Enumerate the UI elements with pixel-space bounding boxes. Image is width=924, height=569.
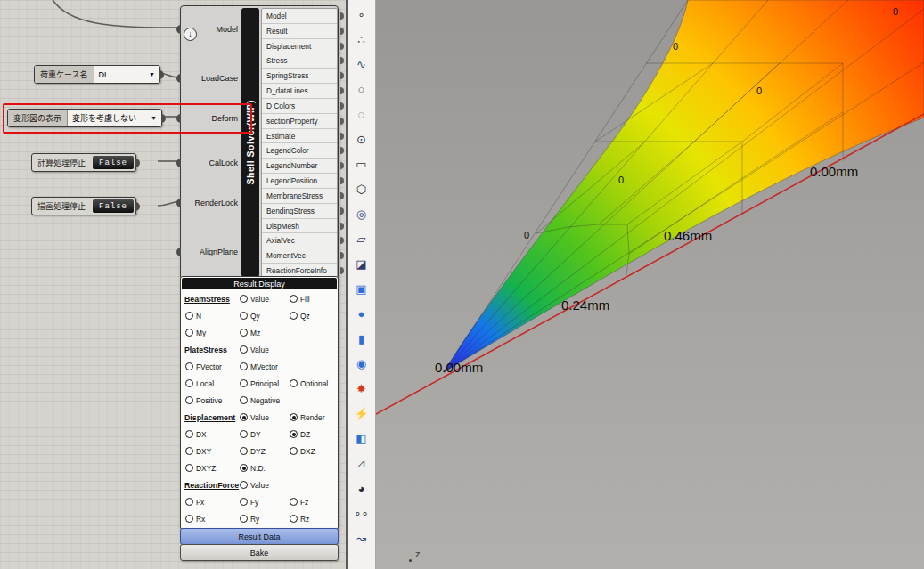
- radio-icon[interactable]: [185, 362, 193, 370]
- box-icon[interactable]: ▣: [351, 278, 372, 299]
- curve-through-points-icon[interactable]: ∿: [351, 53, 372, 75]
- radio-option-render[interactable]: Render: [290, 413, 324, 422]
- radio-icon[interactable]: [185, 498, 193, 506]
- radio-option-optional[interactable]: Optional: [290, 379, 328, 388]
- value-list-loadcase[interactable]: 荷重ケース名 DL ▼: [34, 65, 160, 84]
- lightning-icon[interactable]: ⚡: [351, 402, 372, 424]
- dropdown-caret-icon[interactable]: ▼: [149, 71, 155, 77]
- dark-sphere-icon[interactable]: ◕: [351, 477, 372, 499]
- point-icon[interactable]: ∘: [351, 4, 372, 25]
- input-grip-icon[interactable]: [176, 248, 181, 256]
- radio-icon[interactable]: [240, 464, 248, 472]
- triangle-icon[interactable]: ⊿: [351, 452, 372, 474]
- radio-option-negative[interactable]: Negative: [240, 396, 280, 405]
- solver-title-bar[interactable]: Shell Solver(WIP): [241, 8, 259, 277]
- radio-option-fz[interactable]: Fz: [290, 498, 308, 507]
- radio-option-value[interactable]: Value: [240, 295, 269, 304]
- pipe-icon[interactable]: ◉: [351, 353, 372, 374]
- radio-icon[interactable]: [185, 329, 193, 337]
- dropdown-caret-icon[interactable]: ▼: [151, 115, 157, 121]
- radio-option-my[interactable]: My: [185, 329, 206, 337]
- surface-icon[interactable]: ▱: [351, 228, 372, 249]
- solver-output-d colors[interactable]: D Colors: [262, 99, 337, 114]
- radio-option-value[interactable]: Value: [240, 481, 269, 490]
- radio-icon[interactable]: [185, 379, 193, 387]
- circle-center-icon[interactable]: ⊙: [351, 128, 372, 150]
- solver-output-result[interactable]: Result: [262, 24, 337, 39]
- radio-option-fill[interactable]: Fill: [290, 295, 310, 304]
- result-data-button[interactable]: Result Data: [180, 528, 339, 545]
- radio-icon[interactable]: [240, 329, 248, 337]
- input-grip-icon[interactable]: [176, 114, 181, 123]
- radio-icon[interactable]: [290, 430, 298, 438]
- radio-option-rx[interactable]: Rx: [185, 515, 205, 524]
- radio-icon[interactable]: [240, 295, 248, 303]
- radio-icon[interactable]: [185, 430, 193, 438]
- rectangle-icon[interactable]: ▭: [351, 153, 372, 175]
- value-list-deform-display[interactable]: 変形図の表示 変形を考慮しない ▼: [7, 109, 162, 127]
- radio-option-dxyz[interactable]: DXYZ: [185, 464, 216, 473]
- radio-icon[interactable]: [240, 345, 248, 354]
- radio-option-ry[interactable]: Ry: [240, 515, 259, 524]
- dashed-circle-icon[interactable]: ◌: [351, 103, 372, 125]
- solver-output-springstress[interactable]: SpringStress: [262, 69, 337, 84]
- solver-input-renderlock[interactable]: RenderLock: [181, 196, 241, 209]
- points-icon[interactable]: ∴: [351, 28, 372, 50]
- radio-icon[interactable]: [185, 312, 193, 320]
- radio-icon[interactable]: [240, 498, 248, 506]
- radio-icon[interactable]: [240, 447, 248, 455]
- radio-icon[interactable]: [240, 413, 248, 421]
- radio-icon[interactable]: [290, 498, 298, 506]
- solver-output-bendingstress[interactable]: BendingStress: [262, 204, 337, 219]
- solver-output-displacement[interactable]: Displacement: [262, 39, 337, 54]
- radio-option-local[interactable]: Local: [185, 379, 214, 388]
- input-grip-icon[interactable]: [176, 74, 181, 83]
- radio-icon[interactable]: [240, 396, 248, 404]
- shell-solver-component[interactable]: ModelLoadCaseDeformCalLockRenderLockAlig…: [180, 5, 339, 280]
- solver-output-axialvec[interactable]: AxialVec: [262, 233, 337, 248]
- solver-output-model[interactable]: Model: [262, 9, 337, 24]
- radio-option-qz[interactable]: Qz: [290, 312, 310, 321]
- toggle-value[interactable]: False: [93, 199, 134, 213]
- radio-option-dxy[interactable]: DXY: [185, 447, 211, 456]
- solver-output-momentvec[interactable]: MomentVec: [262, 248, 337, 264]
- radio-option-fx[interactable]: Fx: [185, 498, 204, 507]
- bake-button[interactable]: Bake: [180, 544, 339, 561]
- radio-option-principal[interactable]: Principal: [240, 379, 279, 388]
- solver-output-legendposition[interactable]: LegendPosition: [262, 174, 337, 189]
- radio-option-fvector[interactable]: FVector: [185, 362, 222, 371]
- solver-output-stress[interactable]: Stress: [262, 53, 337, 69]
- freeform-curve-icon[interactable]: ↝: [351, 527, 372, 549]
- radio-icon[interactable]: [240, 515, 248, 523]
- solver-input-loadcase[interactable]: LoadCase: [181, 71, 241, 85]
- solver-output-membranestress[interactable]: MembraneStress: [262, 189, 337, 204]
- flatten-arrow-icon[interactable]: ↓: [184, 28, 197, 41]
- radio-option-dy[interactable]: DY: [240, 430, 261, 439]
- toggle-calc-stop[interactable]: 計算処理停止 False: [31, 153, 136, 172]
- plane-icon[interactable]: ◧: [351, 427, 372, 449]
- radio-icon[interactable]: [240, 362, 248, 370]
- radio-option-dxz[interactable]: DXZ: [290, 447, 315, 456]
- solver-input-alignplane[interactable]: AlignPlane: [181, 245, 241, 258]
- radio-option-positive[interactable]: Positive: [185, 396, 222, 405]
- radio-icon[interactable]: [185, 447, 193, 455]
- grasshopper-canvas[interactable]: 荷重ケース名 DL ▼ 変形図の表示 変形を考慮しない ▼ 計算処理停止 Fal…: [0, 0, 348, 569]
- value-list-selected-value[interactable]: DL ▼: [94, 66, 159, 83]
- radio-icon[interactable]: [290, 515, 298, 523]
- radio-option-mz[interactable]: Mz: [240, 329, 260, 337]
- solver-output-legendcolor[interactable]: LegendColor: [262, 143, 337, 159]
- solver-input-deform[interactable]: Deform: [181, 111, 241, 125]
- patch-surface-icon[interactable]: ◪: [351, 253, 372, 274]
- toggle-render-stop[interactable]: 描画処理停止 False: [31, 197, 136, 215]
- dots-pair-icon[interactable]: ∘∘: [351, 502, 372, 524]
- rhino-viewport[interactable]: z 0.00mm0.24mm0.46mm0.00mm00000: [376, 0, 924, 569]
- solver-output-legendnumber[interactable]: LegendNumber: [262, 159, 337, 174]
- radio-option-rz[interactable]: Rz: [290, 515, 309, 524]
- radio-icon[interactable]: [240, 430, 248, 438]
- radio-option-fy[interactable]: Fy: [240, 498, 258, 507]
- solver-input-callock[interactable]: CalLock: [181, 156, 241, 169]
- radio-icon[interactable]: [290, 379, 298, 387]
- radio-option-mvector[interactable]: MVector: [240, 362, 278, 371]
- radio-option-value[interactable]: Value: [240, 413, 269, 422]
- radio-icon[interactable]: [290, 413, 298, 421]
